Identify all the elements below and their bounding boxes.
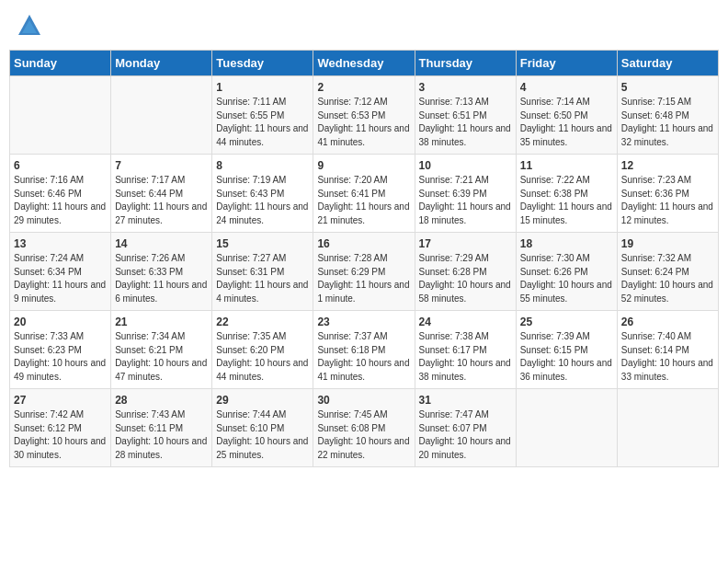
day-number: 23 [317, 316, 410, 328]
day-info-line: Sunset: 6:46 PM [14, 188, 107, 201]
calendar-cell [516, 389, 617, 467]
day-info-line: Daylight: 10 hours and 25 minutes. [216, 435, 309, 462]
day-info-line: Daylight: 10 hours and 36 minutes. [520, 357, 613, 384]
calendar-cell: 14Sunrise: 7:26 AMSunset: 6:33 PMDayligh… [111, 233, 212, 311]
day-number: 12 [621, 159, 714, 172]
day-info-line: Sunrise: 7:33 AM [14, 330, 107, 344]
day-info-line: Daylight: 11 hours and 12 minutes. [621, 201, 714, 227]
day-number: 22 [216, 316, 309, 328]
calendar-cell: 9Sunrise: 7:20 AMSunset: 6:41 PMDaylight… [313, 155, 415, 233]
day-info-line: Sunset: 6:12 PM [14, 422, 107, 436]
week-row-2: 6Sunrise: 7:16 AMSunset: 6:46 PMDaylight… [10, 155, 719, 233]
page-header [9, 9, 719, 42]
day-info-line: Sunset: 6:44 PM [115, 188, 208, 201]
day-info-line: Daylight: 11 hours and 44 minutes. [216, 122, 309, 149]
day-info-line: Sunset: 6:31 PM [216, 266, 309, 280]
day-number: 6 [14, 159, 107, 172]
day-info-line: Sunset: 6:39 PM [419, 188, 512, 201]
day-info-line: Daylight: 10 hours and 47 minutes. [115, 357, 208, 384]
day-info-line: Daylight: 10 hours and 30 minutes. [14, 435, 107, 462]
calendar-cell: 4Sunrise: 7:14 AMSunset: 6:50 PMDaylight… [516, 76, 617, 155]
weekday-header-tuesday: Tuesday [212, 51, 313, 76]
day-info-line: Sunrise: 7:22 AM [520, 174, 613, 188]
day-info-line: Sunrise: 7:39 AM [520, 330, 613, 344]
day-number: 20 [14, 316, 107, 328]
day-number: 21 [115, 316, 208, 328]
day-number: 3 [419, 81, 512, 94]
day-number: 30 [317, 394, 410, 407]
day-number: 24 [419, 316, 512, 328]
day-info-line: Daylight: 11 hours and 1 minute. [317, 279, 410, 305]
day-info-line: Sunset: 6:07 PM [419, 422, 512, 436]
day-info-line: Sunrise: 7:21 AM [419, 174, 512, 188]
day-info-line: Daylight: 11 hours and 24 minutes. [216, 201, 309, 227]
calendar-cell: 12Sunrise: 7:23 AMSunset: 6:36 PMDayligh… [617, 155, 718, 233]
weekday-header-sunday: Sunday [10, 51, 111, 76]
day-info-line: Sunset: 6:53 PM [317, 109, 410, 123]
day-info-line: Sunset: 6:24 PM [621, 266, 714, 280]
day-info-line: Daylight: 11 hours and 27 minutes. [115, 201, 208, 227]
day-info-line: Sunset: 6:20 PM [216, 344, 309, 358]
calendar-cell: 3Sunrise: 7:13 AMSunset: 6:51 PMDaylight… [415, 76, 516, 155]
day-info-line: Sunset: 6:23 PM [14, 344, 107, 358]
day-info-line: Sunset: 6:11 PM [115, 422, 208, 436]
calendar-cell [111, 76, 212, 155]
day-info-line: Sunset: 6:50 PM [520, 109, 613, 123]
calendar-cell: 17Sunrise: 7:29 AMSunset: 6:28 PMDayligh… [415, 233, 516, 311]
calendar-cell: 24Sunrise: 7:38 AMSunset: 6:17 PMDayligh… [415, 311, 516, 389]
calendar-cell [617, 389, 718, 467]
day-info-line: Sunset: 6:34 PM [14, 266, 107, 280]
day-info-line: Daylight: 10 hours and 38 minutes. [419, 357, 512, 384]
day-number: 29 [216, 394, 309, 407]
calendar-cell: 27Sunrise: 7:42 AMSunset: 6:12 PMDayligh… [10, 389, 111, 467]
calendar-cell: 1Sunrise: 7:11 AMSunset: 6:55 PMDaylight… [212, 76, 313, 155]
calendar-cell: 18Sunrise: 7:30 AMSunset: 6:26 PMDayligh… [516, 233, 617, 311]
calendar-cell: 22Sunrise: 7:35 AMSunset: 6:20 PMDayligh… [212, 311, 313, 389]
day-number: 26 [621, 316, 714, 328]
day-number: 31 [419, 394, 512, 407]
day-info-line: Daylight: 10 hours and 49 minutes. [14, 357, 107, 384]
day-info-line: Daylight: 11 hours and 21 minutes. [317, 201, 410, 227]
day-info-line: Daylight: 10 hours and 41 minutes. [317, 357, 410, 384]
logo-icon [17, 13, 42, 39]
day-info-line: Sunrise: 7:43 AM [115, 408, 208, 422]
day-info-line: Daylight: 10 hours and 28 minutes. [115, 435, 208, 462]
day-number: 16 [317, 237, 410, 250]
day-info-line: Sunrise: 7:19 AM [216, 174, 309, 188]
day-info-line: Sunrise: 7:12 AM [317, 96, 410, 109]
weekday-header-friday: Friday [516, 51, 617, 76]
day-info-line: Sunrise: 7:34 AM [115, 330, 208, 344]
day-info-line: Sunrise: 7:28 AM [317, 252, 410, 266]
logo [17, 13, 46, 39]
day-info-line: Sunset: 6:29 PM [317, 266, 410, 280]
day-info-line: Sunrise: 7:32 AM [621, 252, 714, 266]
week-row-1: 1Sunrise: 7:11 AMSunset: 6:55 PMDaylight… [10, 76, 719, 155]
day-info-line: Daylight: 11 hours and 15 minutes. [520, 201, 613, 227]
weekday-header-thursday: Thursday [415, 51, 516, 76]
day-number: 9 [317, 159, 410, 172]
day-info-line: Daylight: 11 hours and 29 minutes. [14, 201, 107, 227]
day-number: 4 [520, 81, 613, 94]
day-info-line: Sunrise: 7:16 AM [14, 174, 107, 188]
day-number: 11 [520, 159, 613, 172]
calendar-cell: 6Sunrise: 7:16 AMSunset: 6:46 PMDaylight… [10, 155, 111, 233]
calendar-cell: 28Sunrise: 7:43 AMSunset: 6:11 PMDayligh… [111, 389, 212, 467]
day-info-line: Sunrise: 7:27 AM [216, 252, 309, 266]
day-info-line: Daylight: 11 hours and 41 minutes. [317, 122, 410, 149]
weekday-header-row: SundayMondayTuesdayWednesdayThursdayFrid… [10, 51, 719, 76]
calendar-cell: 25Sunrise: 7:39 AMSunset: 6:15 PMDayligh… [516, 311, 617, 389]
calendar-cell: 26Sunrise: 7:40 AMSunset: 6:14 PMDayligh… [617, 311, 718, 389]
day-info-line: Sunset: 6:21 PM [115, 344, 208, 358]
day-info-line: Daylight: 11 hours and 32 minutes. [621, 122, 714, 149]
day-number: 8 [216, 159, 309, 172]
day-info-line: Sunset: 6:55 PM [216, 109, 309, 123]
calendar-cell: 16Sunrise: 7:28 AMSunset: 6:29 PMDayligh… [313, 233, 415, 311]
day-info-line: Sunset: 6:38 PM [520, 188, 613, 201]
day-info-line: Sunset: 6:17 PM [419, 344, 512, 358]
day-info-line: Daylight: 10 hours and 20 minutes. [419, 435, 512, 462]
day-info-line: Daylight: 10 hours and 52 minutes. [621, 279, 714, 305]
day-info-line: Sunrise: 7:15 AM [621, 96, 714, 109]
day-info-line: Sunset: 6:43 PM [216, 188, 309, 201]
day-info-line: Daylight: 11 hours and 38 minutes. [419, 122, 512, 149]
day-number: 18 [520, 237, 613, 250]
